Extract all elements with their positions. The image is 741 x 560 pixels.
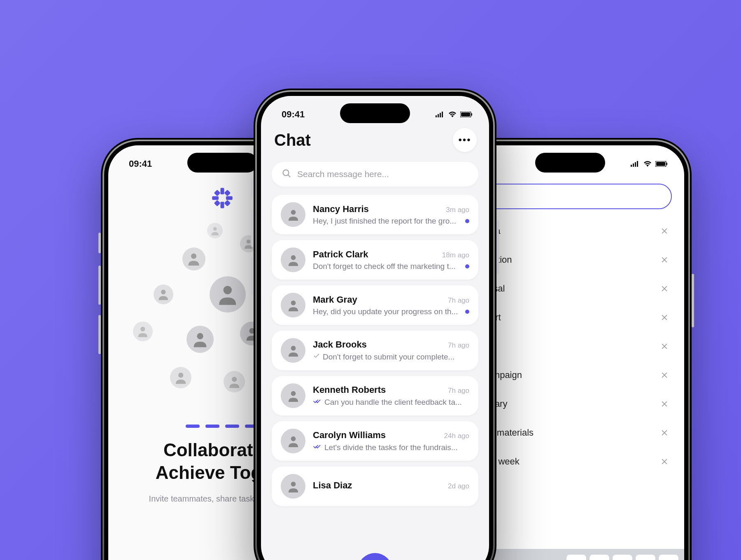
svg-point-62 <box>291 345 296 350</box>
avatar <box>207 223 223 238</box>
suggestion-item[interactable]: ng campaign <box>470 361 670 390</box>
suggestion-item[interactable]: summary <box>470 390 670 418</box>
svg-rect-7 <box>221 188 224 194</box>
svg-point-20 <box>197 333 203 339</box>
svg-rect-25 <box>631 165 632 167</box>
chat-time: 24h ago <box>444 432 469 440</box>
search-input[interactable] <box>468 184 672 209</box>
chat-preview: Don't forget to submit your complete... <box>313 352 469 362</box>
chat-item[interactable]: Mark Gray 7h ago Hey, did you update you… <box>272 285 478 325</box>
chat-time: 7h ago <box>448 387 469 395</box>
chat-preview: Can you handle the client feedback ta... <box>313 397 469 407</box>
chat-name: Carolyn Williams <box>313 430 386 441</box>
suggestion-item[interactable]: y report <box>470 303 670 332</box>
chat-item[interactable]: Kenneth Roberts 7h ago Can you handle th… <box>272 376 478 415</box>
wifi-icon <box>448 109 457 120</box>
svg-point-59 <box>291 210 296 215</box>
chat-item[interactable]: Nancy Harris 3m ago Hey, I just finished… <box>272 195 478 234</box>
svg-point-61 <box>291 300 296 305</box>
chat-name: Kenneth Roberts <box>313 385 386 395</box>
svg-rect-50 <box>436 115 437 117</box>
chat-time: 3m ago <box>446 206 469 214</box>
avatar <box>133 322 153 341</box>
suggestion-item[interactable]: aining materials <box>470 418 670 447</box>
remove-suggestion-button[interactable] <box>659 341 670 352</box>
chat-preview: Don't forget to check off the marketing … <box>313 262 461 271</box>
svg-rect-12 <box>224 190 231 196</box>
signal-icon <box>436 109 445 120</box>
avatar <box>281 247 305 272</box>
avatar <box>281 338 305 363</box>
svg-rect-30 <box>656 162 665 166</box>
chat-time: 7h ago <box>448 296 469 305</box>
suggestion-item[interactable]: olan <box>470 332 670 361</box>
keyboard-key[interactable]: O <box>636 555 655 560</box>
svg-point-57 <box>283 170 289 176</box>
chat-item[interactable]: Carolyn Williams 24h ago Let's divide th… <box>272 421 478 461</box>
remove-suggestion-button[interactable] <box>659 312 670 323</box>
svg-point-60 <box>291 255 296 260</box>
dynamic-island <box>187 153 257 173</box>
suggestion-item[interactable]: proposal <box>470 274 670 303</box>
remove-suggestion-button[interactable] <box>659 398 670 410</box>
avatar <box>210 276 246 313</box>
unread-dot <box>465 264 469 268</box>
search-box[interactable] <box>272 162 478 187</box>
svg-rect-14 <box>224 200 231 206</box>
remove-suggestion-button[interactable] <box>659 283 670 294</box>
chat-item[interactable]: Lisa Diaz 2d ago <box>272 467 478 506</box>
keyboard-key[interactable]: P <box>659 555 678 560</box>
keyboard-key[interactable]: Y <box>566 555 586 560</box>
chat-time: 2d ago <box>448 482 469 490</box>
svg-rect-8 <box>221 202 224 208</box>
keyboard-key[interactable]: U <box>590 555 609 560</box>
avatar <box>281 429 305 453</box>
svg-point-18 <box>161 290 165 294</box>
suggestion-item[interactable]: agenda <box>470 217 670 245</box>
suggestion-item[interactable]: for the week <box>470 447 670 476</box>
chat-name: Mark Gray <box>313 294 357 305</box>
chat-item[interactable]: Jack Brooks 7h ago Don't forget to submi… <box>272 331 478 370</box>
remove-suggestion-button[interactable] <box>659 456 670 467</box>
status-time: 09:41 <box>282 109 305 120</box>
battery-icon <box>655 159 668 169</box>
svg-point-19 <box>140 327 145 331</box>
avatar <box>186 326 214 353</box>
remove-suggestion-button[interactable] <box>659 254 670 266</box>
svg-rect-55 <box>461 112 470 117</box>
signal-icon <box>631 159 640 169</box>
avatar <box>224 371 245 392</box>
svg-point-24 <box>213 227 217 231</box>
dynamic-island <box>535 153 605 173</box>
svg-rect-31 <box>666 163 667 165</box>
remove-suggestion-button[interactable] <box>659 427 670 439</box>
chat-time: 18m ago <box>442 251 469 259</box>
svg-rect-53 <box>442 112 443 117</box>
remove-suggestion-button[interactable] <box>659 225 670 237</box>
more-button[interactable]: ••• <box>453 128 477 152</box>
svg-rect-51 <box>438 114 439 117</box>
chat-item[interactable]: Patrick Clark 18m ago Don't forget to ch… <box>272 240 478 280</box>
svg-point-17 <box>247 240 251 244</box>
search-icon <box>282 168 291 180</box>
svg-line-58 <box>288 175 290 177</box>
compose-fab[interactable] <box>358 553 392 560</box>
check-icon <box>313 352 320 362</box>
search-input[interactable] <box>297 169 468 179</box>
avatar <box>281 383 305 408</box>
svg-rect-28 <box>637 161 638 167</box>
svg-point-65 <box>291 481 296 486</box>
remove-suggestion-button[interactable] <box>659 369 670 381</box>
chat-preview: Hey, did you update your progress on th.… <box>313 307 461 316</box>
svg-rect-13 <box>214 200 221 206</box>
svg-point-22 <box>178 373 183 378</box>
chat-preview: Hey, I just finished the report for the … <box>313 217 461 226</box>
chat-preview: Let's divide the tasks for the fundrais.… <box>313 443 469 452</box>
suggestion-item[interactable]: esentation <box>470 245 670 274</box>
svg-point-64 <box>291 436 296 441</box>
svg-point-63 <box>291 391 296 396</box>
avatar <box>281 474 305 499</box>
chat-list: Nancy Harris 3m ago Hey, I just finished… <box>261 195 489 506</box>
battery-icon <box>460 109 473 120</box>
keyboard-key[interactable]: I <box>613 555 632 560</box>
